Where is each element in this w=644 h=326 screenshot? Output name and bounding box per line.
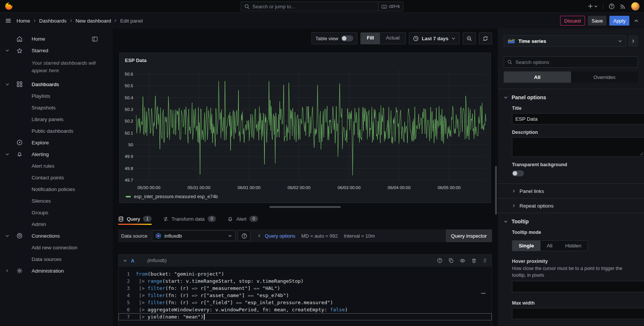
help-icon[interactable] [609, 3, 615, 9]
panel-options-section[interactable]: Panel options [504, 94, 638, 100]
datasource-picker[interactable]: influxdb [152, 230, 235, 241]
panel-description-input[interactable] [512, 137, 644, 157]
code-line-7[interactable]: 7 |> yield(name: "mean") [118, 313, 492, 320]
table-view-switch[interactable] [341, 35, 353, 41]
breadcrumb-item-home[interactable]: Home [17, 18, 30, 24]
tooltip-mode-single[interactable]: Single [512, 241, 541, 251]
search-input[interactable] [252, 4, 375, 9]
sidebar-item-notification-policies[interactable]: Notification policies [0, 183, 113, 195]
time-range-picker[interactable]: Last 7 days [409, 32, 460, 44]
sidebar-item-add-new-connection[interactable]: Add new connection [0, 242, 113, 253]
new-menu-button[interactable] [588, 3, 598, 9]
edit-panel-canvas: Table view Fill Actual Last 7 days [113, 29, 497, 326]
hover-proximity-input[interactable] [512, 281, 644, 292]
esp-data-panel[interactable]: ESP Data 50.650.550.450.350.250.15049.94… [119, 53, 491, 203]
apply-button[interactable]: Apply [609, 16, 629, 26]
sidebar-item-playlists[interactable]: Playlists [0, 90, 113, 102]
breadcrumb-item-dashboards[interactable]: Dashboards [39, 18, 67, 24]
user-avatar[interactable] [631, 2, 639, 11]
options-search-input[interactable] [515, 59, 635, 65]
transparent-background-switch[interactable] [512, 170, 524, 176]
chevron-down-icon[interactable] [5, 82, 9, 86]
sidebar-item-public-dashboards[interactable]: Public dashboards [0, 125, 113, 137]
sidebar-item-snapshots[interactable]: Snapshots [0, 102, 113, 114]
nav-actions [588, 2, 639, 11]
sidebar-item-dashboards[interactable]: Dashboards [0, 79, 113, 90]
visualization-picker[interactable]: Time series [504, 35, 626, 47]
sidebar-item-explore[interactable]: Explore [0, 137, 113, 149]
tab-transform-data[interactable]: Transform data0 [163, 216, 216, 222]
sidebar-item-admin[interactable]: Admin [0, 218, 113, 230]
duplicate-icon[interactable] [448, 258, 454, 264]
code-line-4[interactable]: 4 |> filter(fn: (r) => r["asset_name"] =… [118, 292, 492, 299]
eye-icon[interactable] [460, 258, 465, 264]
trash-icon[interactable] [471, 258, 477, 264]
breadcrumb-item-edit-panel[interactable]: Edit panel [120, 18, 143, 24]
scrollbar-thumb[interactable] [495, 166, 497, 215]
code-line-6[interactable]: 6 |> aggregateWindow(every: v.windowPeri… [118, 306, 492, 313]
sidebar-item-connections[interactable]: Connections [0, 230, 113, 242]
resize-handle-icon[interactable] [640, 152, 643, 156]
time-series-chart[interactable]: 50.650.550.450.350.250.15049.949.849.705… [120, 65, 491, 192]
breadcrumb-item-new-dashboard[interactable]: New dashboard [76, 18, 111, 24]
split-drag-handle[interactable] [269, 206, 341, 208]
panel-links-section[interactable]: Panel links [512, 184, 638, 198]
code-line-2[interactable]: 2 |> range(start: v.timeRangeStart, stop… [118, 277, 492, 285]
options-search[interactable] [504, 56, 638, 68]
tab-alert[interactable]: Alert0 [227, 216, 258, 222]
sidebar-item-alerting[interactable]: Alerting [0, 149, 113, 160]
sidebar-item-home[interactable]: Home [0, 33, 113, 45]
sidebar-item-data-sources[interactable]: Data sources [0, 253, 113, 265]
discard-button[interactable]: Discard [560, 16, 585, 26]
tooltip-mode-all[interactable]: All [541, 241, 559, 251]
sidebar-item-groups[interactable]: Groups [0, 207, 113, 218]
save-button[interactable]: Save [588, 16, 607, 26]
max-width-input[interactable] [512, 308, 644, 319]
tooltip-mode-hidden[interactable]: Hidden [559, 241, 588, 251]
drag-handle-icon[interactable] [483, 258, 487, 264]
refresh-button[interactable] [479, 32, 492, 44]
legend-color-swatch[interactable] [126, 196, 131, 197]
global-search[interactable]: ctrl+k [241, 2, 403, 11]
actual-option[interactable]: Actual [380, 33, 406, 44]
datasource-help-button[interactable] [238, 230, 251, 241]
panel-title-input[interactable] [512, 113, 644, 124]
collapse-pane-button[interactable] [628, 35, 638, 47]
sidebar-item-library-panels[interactable]: Library panels [0, 114, 113, 125]
legend-label[interactable]: esp_inlet_pressure.measured esp_e74b [134, 194, 218, 199]
query-inspector-button[interactable]: Query inspector [446, 229, 492, 242]
menu-toggle-icon[interactable] [5, 18, 11, 24]
code-line-3[interactable]: 3 |> filter(fn: (r) => r["_measurement"]… [118, 285, 492, 292]
sidebar-item-alert-rules[interactable]: Alert rules [0, 160, 113, 172]
query-ref-id[interactable]: A [131, 258, 134, 264]
code-area[interactable]: 1from(bucket: "gemini-project")2 |> rang… [118, 267, 492, 326]
zoom-out-button[interactable] [463, 32, 476, 44]
code-line-5[interactable]: 5 |> filter(fn: (r) => r["_field"] == "e… [118, 299, 492, 306]
breadcrumb: HomeDashboardsNew dashboardEdit panel [17, 18, 143, 24]
dock-icon[interactable] [92, 36, 98, 42]
grafana-logo[interactable] [5, 2, 13, 11]
sidebar-item-starred[interactable]: Starred [0, 45, 113, 56]
sidebar-item-label: Snapshots [32, 105, 56, 111]
sidebar-item-label: Admin [32, 221, 46, 227]
chevron-down-icon[interactable] [5, 49, 9, 53]
tooltip-section[interactable]: Tooltip [504, 218, 638, 224]
repeat-options-section[interactable]: Repeat options [512, 199, 638, 213]
sidebar-item-silences[interactable]: Silences [0, 195, 113, 207]
sidebar-item-administration[interactable]: Administration [0, 265, 113, 277]
chevron-right-icon[interactable] [5, 269, 9, 273]
chevron-down-icon[interactable] [5, 234, 9, 238]
query-options-toggle[interactable]: Query options MD = auto = 992 Interval =… [257, 233, 375, 239]
news-icon[interactable] [620, 3, 626, 9]
sidebar-item-contact-points[interactable]: Contact points [0, 172, 113, 183]
tab-query[interactable]: Query1 [118, 216, 152, 222]
tab-all[interactable]: All [504, 71, 571, 83]
chevron-up-icon[interactable] [634, 18, 639, 23]
panel-title[interactable]: ESP Data [120, 55, 491, 65]
code-line-1[interactable]: 1from(bucket: "gemini-project") [118, 270, 492, 277]
fill-option[interactable]: Fill [361, 33, 380, 44]
help-icon[interactable] [437, 258, 442, 264]
tab-overrides[interactable]: Overrides [571, 71, 638, 83]
chevron-down-icon[interactable] [123, 259, 127, 263]
chevron-down-icon[interactable] [5, 152, 9, 156]
